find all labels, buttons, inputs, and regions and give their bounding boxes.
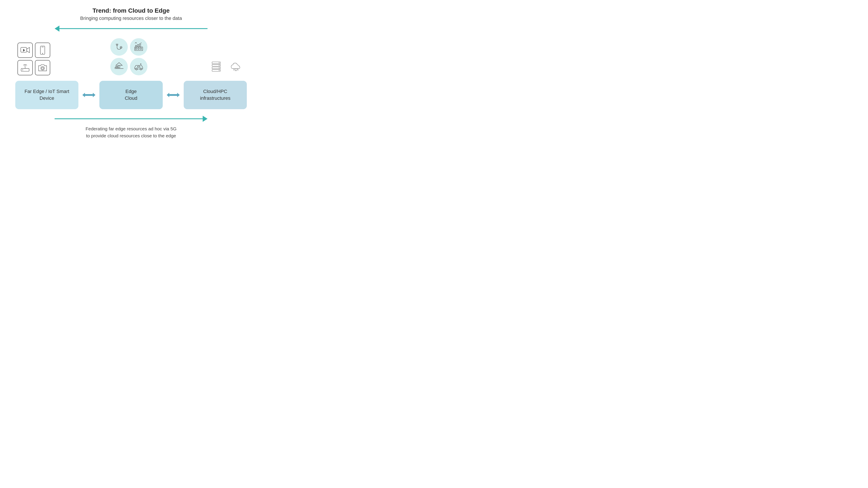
svg-rect-23: [118, 65, 120, 68]
cloud-hpc-icon-single: [208, 58, 245, 75]
electric-car-icon: [130, 58, 148, 75]
cloud-hpc-label: Cloud/HPCinfrastructures: [200, 88, 230, 102]
far-edge-icon-group: [18, 42, 50, 75]
svg-rect-17: [137, 44, 139, 47]
bottom-text-line2: to provide cloud resources close to the …: [86, 133, 176, 138]
connector-2: [163, 91, 184, 99]
arrow-right-body: [55, 118, 203, 119]
far-edge-icon-grid: [18, 42, 50, 75]
svg-marker-22: [116, 63, 122, 65]
svg-point-35: [219, 67, 219, 68]
svg-point-9: [41, 67, 44, 70]
edge-cloud-icon-group: [110, 38, 148, 75]
edge-cloud-label: EdgeCloud: [125, 88, 137, 102]
connector-1: [79, 91, 99, 99]
bottom-text-line1: Federating far edge resources ad hoc via…: [86, 126, 177, 131]
cloud-hpc-icon-group: [208, 58, 245, 75]
cloud-data-icon: [227, 58, 245, 75]
svg-rect-28: [137, 66, 140, 67]
smartphone-icon: [35, 42, 50, 58]
server-stack-icon: [208, 58, 225, 75]
svg-point-7: [22, 69, 23, 70]
boxes-row: Far Edge / IoT SmartDevice EdgeCloud Clo…: [15, 81, 247, 109]
stethoscope-icon: [110, 38, 128, 56]
svg-point-33: [219, 62, 219, 63]
arrow-left-body: [59, 28, 208, 29]
wifi-router-icon: [18, 60, 33, 75]
far-edge-box: Far Edge / IoT SmartDevice: [15, 81, 79, 109]
main-container: Trend: from Cloud to Edge Bringing compu…: [11, 1, 251, 145]
far-edge-label: Far Edge / IoT SmartDevice: [25, 88, 69, 102]
bottom-arrow: [15, 116, 247, 122]
svg-marker-1: [27, 47, 30, 53]
svg-point-34: [219, 65, 219, 66]
svg-point-4: [42, 53, 43, 54]
svg-point-10: [41, 67, 43, 69]
svg-rect-20: [138, 48, 139, 50]
video-camera-icon: [18, 42, 33, 58]
svg-rect-18: [140, 44, 141, 47]
top-arrow-line: [55, 26, 208, 32]
arrow-right-head-icon: [203, 116, 208, 122]
svg-rect-21: [140, 48, 142, 50]
farm-icon: [110, 58, 128, 75]
edge-cloud-box: EdgeCloud: [99, 81, 162, 109]
page-title: Trend: from Cloud to Edge: [15, 7, 247, 14]
svg-marker-2: [23, 49, 25, 52]
factory-icon: [130, 38, 148, 56]
svg-rect-16: [135, 45, 137, 47]
svg-point-12: [121, 47, 121, 48]
page-subtitle: Bringing computing resources closer to t…: [15, 15, 247, 21]
cloud-hpc-box: Cloud/HPCinfrastructures: [184, 81, 247, 109]
svg-rect-19: [135, 48, 137, 50]
svg-point-36: [219, 70, 219, 71]
svg-marker-44: [167, 93, 180, 97]
svg-rect-6: [21, 69, 29, 71]
icons-row: [15, 38, 247, 75]
bottom-text: Federating far edge resources ad hoc via…: [15, 125, 247, 139]
svg-marker-43: [82, 93, 95, 97]
camera-icon: [35, 60, 50, 75]
edge-cloud-icon-grid: [110, 38, 148, 75]
top-arrow: [15, 26, 247, 32]
arrow-left-head-icon: [55, 26, 59, 32]
